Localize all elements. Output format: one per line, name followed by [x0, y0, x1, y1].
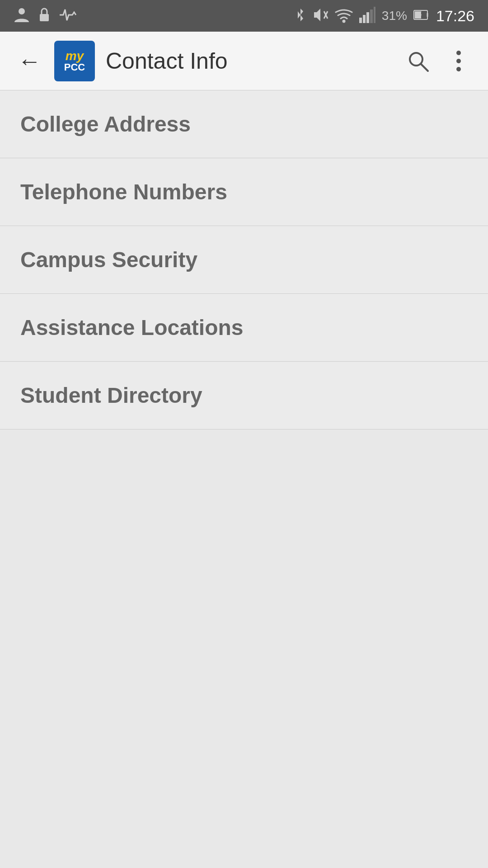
menu-item-label-student-directory: Student Directory: [20, 383, 202, 408]
bluetooth-icon: [295, 7, 306, 25]
svg-rect-6: [363, 15, 366, 23]
more-options-button[interactable]: [443, 45, 474, 77]
status-bar-left: [14, 7, 77, 25]
menu-item-label-college-address: College Address: [20, 112, 191, 137]
svg-rect-7: [366, 12, 369, 23]
person-icon: [14, 7, 30, 25]
wifi-icon: [335, 7, 353, 25]
lock-icon: [38, 7, 51, 25]
svg-point-16: [456, 67, 461, 71]
back-arrow-icon: ←: [18, 49, 41, 73]
svg-rect-5: [359, 18, 362, 23]
signal-icon: [359, 7, 375, 25]
menu-item-label-assistance-locations: Assistance Locations: [20, 315, 244, 340]
contact-info-list: College AddressTelephone NumbersCampus S…: [0, 90, 488, 429]
more-options-icon: [455, 49, 462, 73]
app-bar: ← my PCC Contact Info: [0, 32, 488, 90]
mute-icon: [312, 7, 328, 25]
menu-item-college-address[interactable]: College Address: [0, 90, 488, 158]
svg-rect-1: [40, 14, 49, 21]
back-button[interactable]: ←: [14, 45, 45, 77]
menu-item-telephone-numbers[interactable]: Telephone Numbers: [0, 158, 488, 226]
status-time: 17:26: [436, 7, 474, 25]
svg-point-0: [19, 8, 25, 14]
activity-icon: [59, 7, 77, 25]
menu-item-label-campus-security: Campus Security: [20, 247, 197, 272]
svg-line-13: [421, 64, 428, 71]
search-button[interactable]: [402, 45, 434, 77]
svg-rect-8: [370, 9, 373, 23]
menu-item-student-directory[interactable]: Student Directory: [0, 362, 488, 429]
page-title: Contact Info: [106, 48, 402, 74]
status-bar-right: 31% 17:26: [295, 7, 474, 25]
menu-item-assistance-locations[interactable]: Assistance Locations: [0, 294, 488, 362]
menu-item-campus-security[interactable]: Campus Security: [0, 226, 488, 294]
svg-point-14: [456, 51, 461, 55]
status-bar: 31% 17:26: [0, 0, 488, 32]
battery-icon: [413, 7, 430, 25]
search-icon: [406, 49, 430, 73]
app-bar-actions: [402, 45, 474, 77]
logo-pcc-text: PCC: [64, 62, 85, 72]
svg-rect-9: [374, 7, 375, 23]
svg-point-4: [343, 20, 345, 22]
menu-item-label-telephone-numbers: Telephone Numbers: [20, 179, 227, 204]
app-logo: my PCC: [54, 41, 95, 81]
logo-my-text: my: [66, 50, 84, 62]
svg-point-15: [456, 59, 461, 63]
battery-percentage: 31%: [382, 9, 407, 23]
